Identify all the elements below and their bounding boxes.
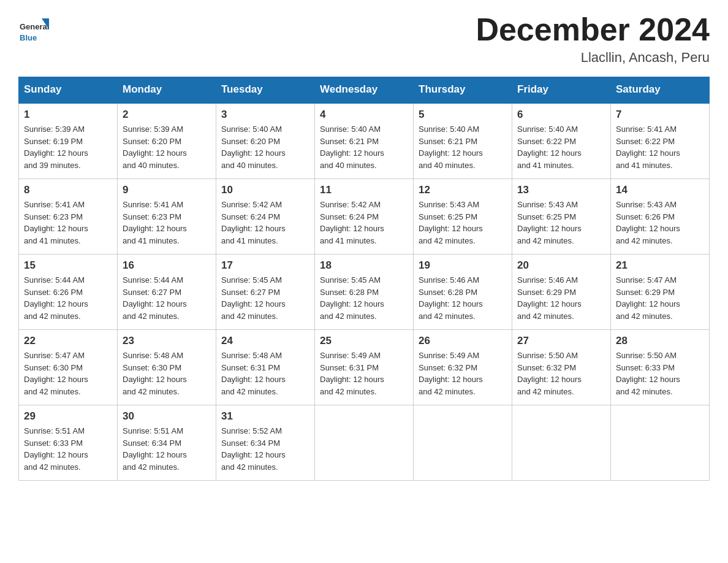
daylight-minutes: and 40 minutes. <box>419 161 476 170</box>
sunset-label: Sunset: 6:31 PM <box>221 363 280 372</box>
sun-info: Sunrise: 5:43 AM Sunset: 6:25 PM Dayligh… <box>517 199 605 247</box>
sunset-label: Sunset: 6:33 PM <box>616 363 675 372</box>
sun-info: Sunrise: 5:47 AM Sunset: 6:29 PM Dayligh… <box>616 274 704 322</box>
sun-info: Sunrise: 5:40 AM Sunset: 6:20 PM Dayligh… <box>221 123 309 171</box>
day-number: 21 <box>616 259 704 272</box>
sun-info: Sunrise: 5:43 AM Sunset: 6:25 PM Dayligh… <box>419 199 507 247</box>
daylight-label: Daylight: 12 hours <box>419 375 483 384</box>
sunset-label: Sunset: 6:23 PM <box>123 212 181 221</box>
sunset-label: Sunset: 6:32 PM <box>419 363 477 372</box>
calendar-table: Sunday Monday Tuesday Wednesday Thursday… <box>18 77 710 481</box>
sunset-label: Sunset: 6:27 PM <box>221 288 280 297</box>
day-number: 11 <box>320 184 408 196</box>
sun-info: Sunrise: 5:51 AM Sunset: 6:34 PM Dayligh… <box>123 425 211 473</box>
sunset-label: Sunset: 6:29 PM <box>616 288 675 297</box>
day-number: 12 <box>419 184 507 196</box>
sun-info: Sunrise: 5:50 AM Sunset: 6:33 PM Dayligh… <box>616 350 704 397</box>
daylight-label: Daylight: 12 hours <box>123 299 187 308</box>
daylight-minutes: and 42 minutes. <box>419 236 476 245</box>
calendar-cell: 1 Sunrise: 5:39 AM Sunset: 6:19 PM Dayli… <box>19 103 118 179</box>
sun-info: Sunrise: 5:40 AM Sunset: 6:22 PM Dayligh… <box>517 123 605 171</box>
day-number: 27 <box>517 335 605 347</box>
day-number: 8 <box>24 184 112 196</box>
day-number: 2 <box>123 109 211 121</box>
calendar-cell: 7 Sunrise: 5:41 AM Sunset: 6:22 PM Dayli… <box>611 103 710 179</box>
sunrise-label: Sunrise: 5:52 AM <box>221 426 282 435</box>
day-number: 10 <box>221 184 309 196</box>
day-number: 5 <box>419 109 507 121</box>
sunrise-label: Sunrise: 5:44 AM <box>24 275 85 285</box>
svg-text:Blue: Blue <box>20 33 37 42</box>
month-year-title: December 2024 <box>476 12 710 47</box>
daylight-label: Daylight: 12 hours <box>221 375 286 384</box>
calendar-cell <box>414 405 512 481</box>
location-subtitle: Llacllin, Ancash, Peru <box>476 50 710 66</box>
sunset-label: Sunset: 6:22 PM <box>517 137 576 146</box>
daylight-label: Daylight: 12 hours <box>24 224 88 233</box>
daylight-minutes: and 42 minutes. <box>221 387 278 396</box>
daylight-label: Daylight: 12 hours <box>123 148 187 158</box>
day-number: 28 <box>616 335 704 347</box>
sunrise-label: Sunrise: 5:46 AM <box>517 275 578 285</box>
daylight-minutes: and 40 minutes. <box>221 161 278 170</box>
daylight-label: Daylight: 12 hours <box>517 224 582 233</box>
daylight-label: Daylight: 12 hours <box>419 224 483 233</box>
logo: General Blue <box>18 12 55 46</box>
sunrise-label: Sunrise: 5:51 AM <box>123 426 183 435</box>
daylight-minutes: and 42 minutes. <box>320 312 377 321</box>
day-number: 14 <box>616 184 704 196</box>
daylight-label: Daylight: 12 hours <box>517 148 582 158</box>
sunrise-label: Sunrise: 5:40 AM <box>221 124 282 134</box>
calendar-header-row: Sunday Monday Tuesday Wednesday Thursday… <box>19 77 710 103</box>
sunset-label: Sunset: 6:34 PM <box>221 439 280 448</box>
sunrise-label: Sunrise: 5:43 AM <box>419 200 479 209</box>
sun-info: Sunrise: 5:44 AM Sunset: 6:27 PM Dayligh… <box>123 274 211 322</box>
calendar-cell: 22 Sunrise: 5:47 AM Sunset: 6:30 PM Dayl… <box>19 330 118 405</box>
sunrise-label: Sunrise: 5:44 AM <box>123 275 183 285</box>
calendar-cell: 24 Sunrise: 5:48 AM Sunset: 6:31 PM Dayl… <box>216 330 315 405</box>
sunrise-label: Sunrise: 5:40 AM <box>320 124 381 134</box>
day-number: 23 <box>123 335 211 347</box>
daylight-minutes: and 42 minutes. <box>221 312 278 321</box>
calendar-cell: 11 Sunrise: 5:42 AM Sunset: 6:24 PM Dayl… <box>315 179 414 255</box>
day-number: 29 <box>24 410 112 423</box>
calendar-cell: 26 Sunrise: 5:49 AM Sunset: 6:32 PM Dayl… <box>414 330 512 405</box>
day-number: 20 <box>517 259 605 272</box>
sunrise-label: Sunrise: 5:49 AM <box>419 351 479 360</box>
day-number: 3 <box>221 109 309 121</box>
header-thursday: Thursday <box>414 77 512 103</box>
calendar-cell: 16 Sunrise: 5:44 AM Sunset: 6:27 PM Dayl… <box>118 255 216 330</box>
daylight-label: Daylight: 12 hours <box>517 375 582 384</box>
sunset-label: Sunset: 6:25 PM <box>419 212 477 221</box>
daylight-label: Daylight: 12 hours <box>616 299 680 308</box>
sun-info: Sunrise: 5:41 AM Sunset: 6:23 PM Dayligh… <box>24 199 112 247</box>
day-number: 1 <box>24 109 112 121</box>
sun-info: Sunrise: 5:45 AM Sunset: 6:27 PM Dayligh… <box>221 274 309 322</box>
sun-info: Sunrise: 5:50 AM Sunset: 6:32 PM Dayligh… <box>517 350 605 397</box>
daylight-label: Daylight: 12 hours <box>123 450 187 459</box>
daylight-minutes: and 42 minutes. <box>419 387 476 396</box>
daylight-label: Daylight: 12 hours <box>616 224 680 233</box>
sunset-label: Sunset: 6:24 PM <box>320 212 379 221</box>
sunrise-label: Sunrise: 5:41 AM <box>24 200 85 209</box>
calendar-cell <box>315 405 414 481</box>
sunrise-label: Sunrise: 5:51 AM <box>24 426 85 435</box>
day-number: 31 <box>221 410 309 423</box>
day-number: 4 <box>320 109 408 121</box>
sun-info: Sunrise: 5:45 AM Sunset: 6:28 PM Dayligh… <box>320 274 408 322</box>
sunrise-label: Sunrise: 5:39 AM <box>24 124 85 134</box>
daylight-minutes: and 42 minutes. <box>123 387 180 396</box>
sun-info: Sunrise: 5:40 AM Sunset: 6:21 PM Dayligh… <box>320 123 408 171</box>
daylight-label: Daylight: 12 hours <box>320 224 384 233</box>
sunset-label: Sunset: 6:23 PM <box>24 212 83 221</box>
calendar-week-row: 22 Sunrise: 5:47 AM Sunset: 6:30 PM Dayl… <box>19 330 710 405</box>
sunrise-label: Sunrise: 5:45 AM <box>320 275 381 285</box>
calendar-cell: 10 Sunrise: 5:42 AM Sunset: 6:24 PM Dayl… <box>216 179 315 255</box>
header-monday: Monday <box>118 77 216 103</box>
day-number: 6 <box>517 109 605 121</box>
calendar-cell: 13 Sunrise: 5:43 AM Sunset: 6:25 PM Dayl… <box>512 179 611 255</box>
sun-info: Sunrise: 5:44 AM Sunset: 6:26 PM Dayligh… <box>24 274 112 322</box>
calendar-cell: 3 Sunrise: 5:40 AM Sunset: 6:20 PM Dayli… <box>216 103 315 179</box>
sun-info: Sunrise: 5:42 AM Sunset: 6:24 PM Dayligh… <box>221 199 309 247</box>
daylight-minutes: and 42 minutes. <box>517 312 574 321</box>
